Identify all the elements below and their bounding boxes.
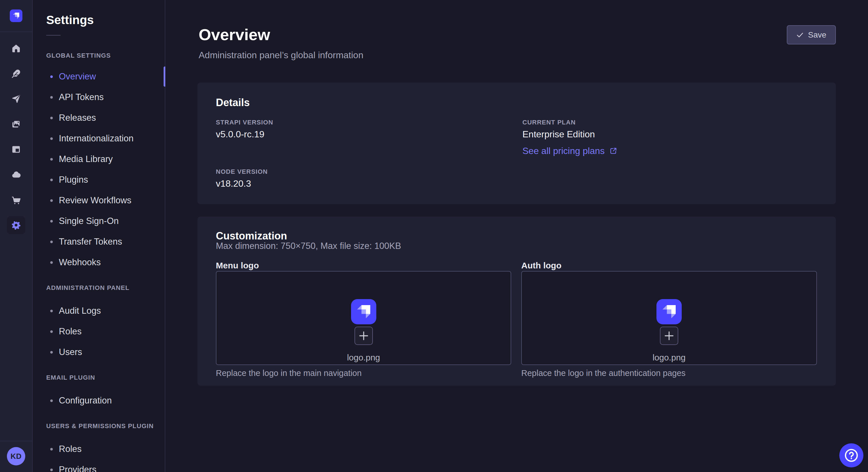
auth-logo-hint: Replace the logo in the authentication p… xyxy=(521,368,685,378)
strapi-logo-icon xyxy=(357,305,370,318)
strapi-logo[interactable] xyxy=(10,9,22,22)
rail-button-settings[interactable] xyxy=(0,212,32,238)
sidebar-item-audit-logs[interactable]: Audit Logs xyxy=(33,301,165,321)
bullet-dot xyxy=(50,448,53,450)
rail-button-content[interactable] xyxy=(0,61,32,86)
bullet-dot xyxy=(50,351,53,353)
pricing-link-label: See all pricing plans xyxy=(522,145,604,157)
customization-subtitle: Max dimension: 750×750, Max file size: 1… xyxy=(216,241,401,251)
sidebar-item-overview[interactable]: Overview xyxy=(33,66,165,87)
bullet-dot xyxy=(50,241,53,243)
bullet-dot xyxy=(50,400,53,402)
rail-button-home[interactable] xyxy=(0,36,32,61)
sidebar-item-transfer-tokens[interactable]: Transfer Tokens xyxy=(33,231,165,252)
field-label: STRAPI VERSION xyxy=(216,119,511,126)
bullet-dot xyxy=(50,117,53,119)
sidebar-item-label: Roles xyxy=(59,326,82,337)
section-heading-email-plugin: EMAIL PLUGIN xyxy=(46,374,165,381)
rail-icon-list xyxy=(0,32,32,238)
sidebar-item-label: Releases xyxy=(59,113,96,123)
save-button[interactable]: Save xyxy=(787,25,836,44)
auth-logo-dropzone[interactable]: logo.png xyxy=(521,271,817,365)
menu-logo-filename: logo.png xyxy=(347,352,380,363)
settings-subnav: Settings GLOBAL SETTINGS Overview API To… xyxy=(33,0,165,472)
section-list-administration-panel: Audit Logs Roles Users xyxy=(33,301,165,363)
sidebar-item-up-roles[interactable]: Roles xyxy=(33,439,165,460)
auth-logo-dropzone-content: logo.png xyxy=(522,272,816,365)
sidebar-item-label: Webhooks xyxy=(59,257,101,268)
strapi-logo-icon xyxy=(662,305,676,318)
section-list-users-permissions-plugin: Roles Providers xyxy=(33,439,165,472)
avatar[interactable]: KD xyxy=(7,447,25,465)
home-icon xyxy=(11,43,21,53)
section-heading-users-permissions-plugin: USERS & PERMISSIONS PLUGIN xyxy=(46,423,165,430)
bullet-dot xyxy=(50,220,53,223)
sidebar-item-label: Plugins xyxy=(59,175,88,185)
menu-logo-dropzone[interactable]: logo.png xyxy=(216,271,511,365)
auth-logo-filename: logo.png xyxy=(652,352,685,363)
bullet-dot xyxy=(50,310,53,312)
bullet-dot xyxy=(50,261,53,264)
sidebar-item-label: API Tokens xyxy=(59,92,104,102)
auth-logo-preview xyxy=(656,299,682,324)
rail-button-marketplace[interactable] xyxy=(0,187,32,212)
rail-button-media[interactable] xyxy=(0,111,32,137)
field-value: v18.20.3 xyxy=(216,178,511,189)
menu-logo-dropzone-content: logo.png xyxy=(216,272,510,365)
main-nav-rail: KD xyxy=(0,0,33,472)
sidebar-item-internationalization[interactable]: Internationalization xyxy=(33,128,165,149)
bullet-dot xyxy=(50,179,53,181)
sidebar-item-webhooks[interactable]: Webhooks xyxy=(33,252,165,273)
sidebar-item-plugins[interactable]: Plugins xyxy=(33,169,165,190)
rail-button-deploy[interactable] xyxy=(0,86,32,111)
page-subtitle: Administration panel’s global informatio… xyxy=(198,49,363,61)
bullet-dot xyxy=(50,469,53,471)
subnav-divider xyxy=(46,35,61,36)
field-strapi-version: STRAPI VERSION v5.0.0-rc.19 xyxy=(216,119,511,140)
question-mark-icon xyxy=(844,448,859,463)
menu-logo-preview xyxy=(351,299,376,324)
bullet-dot xyxy=(50,96,53,99)
sidebar-item-users[interactable]: Users xyxy=(33,342,165,363)
field-node-version: NODE VERSION v18.20.3 xyxy=(216,168,511,189)
rail-footer: KD xyxy=(0,441,32,472)
plus-icon xyxy=(358,330,370,342)
plus-icon xyxy=(663,330,675,342)
field-label: NODE VERSION xyxy=(216,168,511,175)
sidebar-item-label: Single Sign-On xyxy=(59,216,119,226)
sidebar-item-label: Internationalization xyxy=(59,133,133,144)
see-all-pricing-plans-link[interactable]: See all pricing plans xyxy=(522,145,617,157)
workplace-logo-slot xyxy=(0,0,32,32)
bullet-dot xyxy=(50,158,53,161)
section-list-global-settings: Overview API Tokens Releases Internation… xyxy=(33,66,165,273)
sidebar-item-review-workflows[interactable]: Review Workflows xyxy=(33,190,165,211)
rail-button-cloud[interactable] xyxy=(0,162,32,187)
sidebar-item-releases[interactable]: Releases xyxy=(33,107,165,128)
main-content: Overview Administration panel’s global i… xyxy=(165,0,868,472)
sidebar-item-media-library[interactable]: Media Library xyxy=(33,149,165,169)
sidebar-item-label: Roles xyxy=(59,444,82,454)
menu-logo-add-button[interactable] xyxy=(354,327,373,345)
sidebar-item-api-tokens[interactable]: API Tokens xyxy=(33,87,165,107)
bullet-dot xyxy=(50,75,53,78)
external-link-icon xyxy=(609,147,617,155)
check-icon xyxy=(796,31,804,39)
rail-button-content-manager[interactable] xyxy=(0,137,32,162)
details-card-title: Details xyxy=(216,96,250,109)
sidebar-item-admin-roles[interactable]: Roles xyxy=(33,321,165,342)
strapi-logo-icon xyxy=(13,12,19,19)
auth-logo-add-button[interactable] xyxy=(660,327,678,345)
sidebar-item-label: Media Library xyxy=(59,154,113,164)
sidebar-item-single-sign-on[interactable]: Single Sign-On xyxy=(33,211,165,231)
bullet-dot xyxy=(50,330,53,333)
sidebar-item-providers[interactable]: Providers xyxy=(33,460,165,472)
section-heading-global-settings: GLOBAL SETTINGS xyxy=(46,52,165,59)
cloud-icon xyxy=(11,170,21,179)
sidebar-item-label: Providers xyxy=(59,465,96,472)
help-button[interactable] xyxy=(839,443,863,467)
sidebar-item-configuration[interactable]: Configuration xyxy=(33,390,165,411)
section-heading-administration-panel: ADMINISTRATION PANEL xyxy=(46,284,165,292)
sidebar-item-label: Audit Logs xyxy=(59,306,101,316)
gear-icon xyxy=(11,220,21,230)
customization-card: Customization Max dimension: 750×750, Ma… xyxy=(197,216,836,386)
